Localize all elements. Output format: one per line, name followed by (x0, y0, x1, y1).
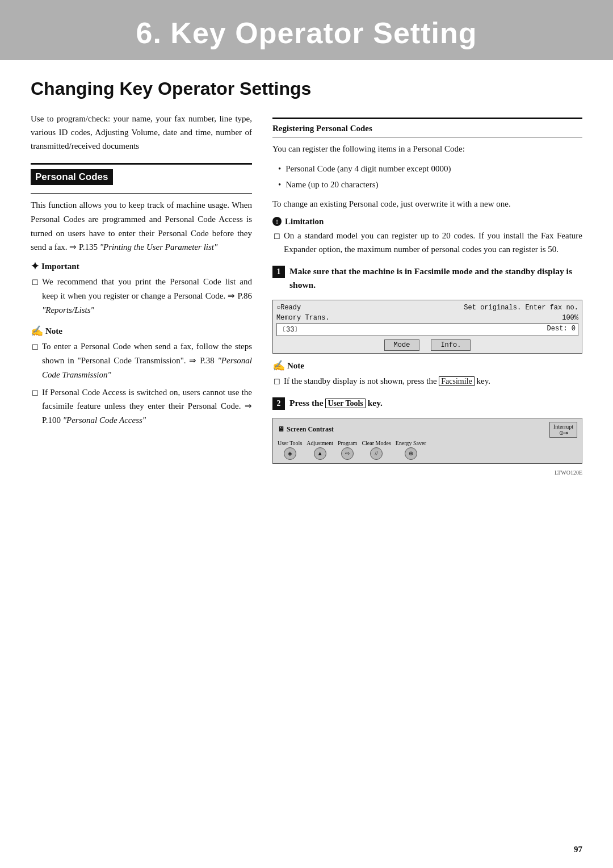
important-label: ✦ Important (31, 260, 252, 272)
info-button: Info. (431, 339, 471, 351)
step-number-2: 2 (272, 397, 285, 410)
registering-heading-text: Registering Personal Codes (272, 124, 372, 133)
screen-row-2: Memory Trans. 100% (276, 313, 578, 323)
screen-dest: Dest: 0 (547, 325, 576, 334)
checkbox-step1: ☐ (274, 376, 280, 388)
btn-circle-user-tools: ◈ (284, 447, 296, 460)
screen-buttons: Mode Info. (276, 339, 578, 351)
note-block-step1: ✍ Note ☐ If the standby display is not s… (272, 359, 582, 388)
page-number: 97 (574, 845, 582, 854)
note-item-2: ☐ If Personal Code Access is switched on… (31, 385, 252, 427)
important-item-text-1: We recommend that you print the Personal… (42, 275, 252, 317)
limitation-item-1: ☐ On a standard model you can register u… (272, 229, 582, 257)
interrupt-symbol: ⊙⇥ (553, 430, 573, 436)
mode-button: Mode (384, 339, 420, 351)
btn-circle-program: ⇨ (341, 447, 354, 460)
user-tools-key: User Tools (325, 399, 365, 408)
step-1-text: Make sure that the machine is in Facsimi… (289, 265, 582, 292)
note-text: Note (45, 326, 62, 336)
panel-screen-label: 🖥 Screen Contrast (278, 425, 334, 434)
step-2: 2 Press the User Tools key. (272, 396, 582, 410)
section-heading: Changing Key Operator Settings (31, 78, 582, 99)
panel-btn-clear-modes: Clear Modes // (362, 440, 391, 460)
note-item-step1: ☐ If the standby display is not shown, p… (272, 374, 582, 388)
panel-screen-text: Screen Contrast (287, 425, 334, 434)
ref-transmission: "Personal Code Transmission" (42, 356, 252, 379)
limitation-text: Limitation (285, 217, 324, 227)
btn-label-program: Program (338, 440, 357, 446)
limitation-icon: ! (272, 217, 282, 226)
panel-btn-user-tools: User Tools ◈ (278, 440, 302, 460)
important-text: Important (41, 262, 79, 271)
screen-code: 〔33〕 (279, 325, 301, 334)
main-content: Changing Key Operator Settings Use to pr… (0, 60, 613, 498)
btn-circle-clear-modes: // (370, 447, 383, 460)
personal-codes-body: This function allows you to keep track o… (31, 198, 252, 254)
btn-circle-energy-saver: ⊕ (405, 447, 417, 460)
two-column-layout: Use to program/check: your name, your fa… (31, 112, 582, 476)
header-banner: 6. Key Operator Setting (0, 0, 613, 60)
limitation-checkbox: ☐ (274, 230, 280, 257)
btn-label-user-tools: User Tools (278, 440, 302, 446)
btn-label-energy-saver: Energy Saver (396, 440, 426, 446)
bullet-dot-1: • (278, 162, 281, 175)
registering-heading: Registering Personal Codes (272, 124, 582, 133)
divider-1 (31, 163, 252, 165)
panel-screen-icon: 🖥 (278, 425, 284, 434)
important-icon: ✦ (31, 260, 39, 272)
note-label-step1: ✍ Note (272, 359, 582, 372)
bullet-item-2: • Name (up to 20 characters) (278, 178, 582, 191)
note-block-left: ✍ Note ☐ To enter a Personal Code when s… (31, 325, 252, 427)
panel-buttons-row: User Tools ◈ Adjustment ▲ Program ⇨ Clea… (278, 440, 577, 460)
ref-printing: "Printing the User Parameter list" (100, 242, 218, 251)
step-2-text: Press the User Tools key. (289, 396, 582, 410)
btn-label-clear-modes: Clear Modes (362, 440, 391, 446)
screen-memory-trans: Memory Trans. (276, 313, 330, 323)
note-icon-step1: ✍ (272, 359, 285, 372)
panel-btn-program: Program ⇨ (338, 440, 357, 460)
step-1: 1 Make sure that the machine is in Facsi… (272, 265, 582, 292)
btn-label-adjustment: Adjustment (306, 440, 333, 446)
panel-caption: LTWO120E (272, 469, 582, 476)
important-item-1: ☐ We recommend that you print the Person… (31, 275, 252, 317)
note-item-step1-text: If the standby display is not shown, pre… (284, 374, 582, 388)
checkbox-icon-2: ☐ (32, 341, 39, 381)
divider-right-2 (272, 137, 582, 137)
panel-header: 🖥 Screen Contrast Interrupt ⊙⇥ (278, 422, 577, 438)
note-icon: ✍ (31, 325, 43, 337)
btn-circle-adjustment: ▲ (314, 447, 326, 460)
panel-interrupt: Interrupt ⊙⇥ (549, 422, 577, 438)
personal-codes-heading: Personal Codes (31, 169, 113, 185)
bullet-text-1: Personal Code (any 4 digit number except… (285, 162, 451, 175)
screen-row-dest: 〔33〕 Dest: 0 (276, 323, 578, 336)
note-item-text-2: If Personal Code Access is switched on, … (42, 385, 252, 427)
limitation-item-text: On a standard model you can register up … (284, 229, 582, 257)
screen-row-1: ○Ready Set originals. Enter fax no. (276, 303, 578, 313)
divider-right-1 (272, 118, 582, 119)
interrupt-label: Interrupt (553, 423, 573, 430)
ref-access: "Personal Code Access" (63, 416, 146, 425)
right-column: Registering Personal Codes You can regis… (272, 112, 582, 476)
limitation-label: ! Limitation (272, 217, 582, 227)
panel-btn-adjustment: Adjustment ▲ (306, 440, 333, 460)
screen-ready: ○Ready (276, 303, 301, 313)
screen-prompt: Set originals. Enter fax no. (464, 303, 578, 313)
bullet-dot-2: • (278, 178, 281, 191)
screen-percent: 100% (562, 313, 578, 323)
registering-body1: You can register the following items in … (272, 142, 582, 156)
intro-text: Use to program/check: your name, your fa… (31, 112, 252, 153)
bullet-text-2: Name (up to 20 characters) (285, 178, 378, 191)
important-block: ✦ Important ☐ We recommend that you prin… (31, 260, 252, 317)
panel-btn-energy-saver: Energy Saver ⊕ (396, 440, 426, 460)
registering-body2: To change an existing Personal code, jus… (272, 197, 582, 211)
divider-2 (31, 193, 252, 194)
ref-reports: "Reports/Lists" (42, 305, 94, 315)
page-title: 6. Key Operator Setting (0, 16, 613, 50)
bullet-item-1: • Personal Code (any 4 digit number exce… (278, 162, 582, 175)
panel-display-2: 🖥 Screen Contrast Interrupt ⊙⇥ User Tool… (272, 418, 582, 464)
facsimile-key: Facsimile (439, 376, 474, 386)
note-item-1: ☐ To enter a Personal Code when send a f… (31, 339, 252, 381)
note-label-left: ✍ Note (31, 325, 252, 337)
limitation-block: ! Limitation ☐ On a standard model you c… (272, 217, 582, 257)
left-column: Use to program/check: your name, your fa… (31, 112, 252, 476)
